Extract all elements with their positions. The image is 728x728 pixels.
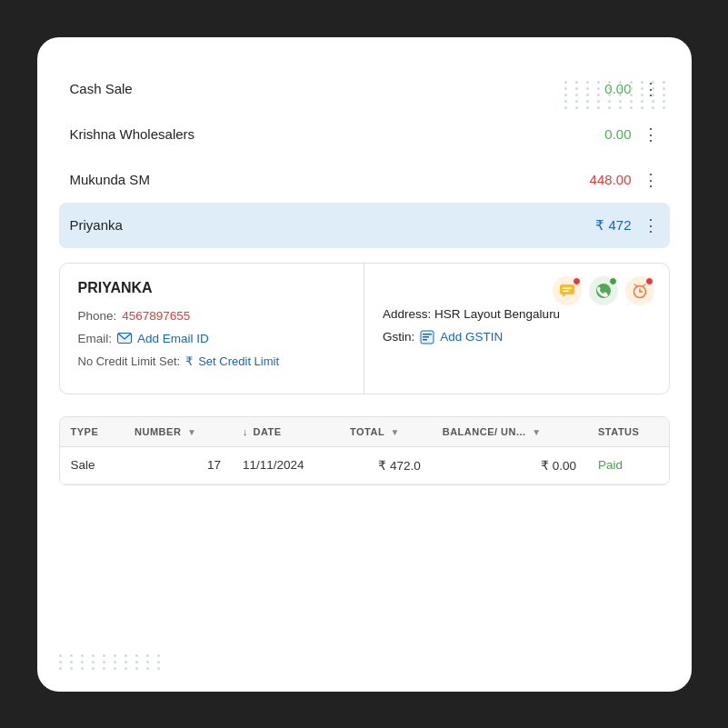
dot-decoration-top: (function(){ const d = document.currentS… bbox=[564, 81, 670, 109]
table-header-row: TYPE NUMBER ▼ ↓ DATE TOTAL ▼ bbox=[60, 417, 669, 447]
table-row[interactable]: Sale 17 11/11/2024 ₹ 472.0 ₹ 0.00 Paid bbox=[60, 446, 669, 484]
message-icon-button[interactable] bbox=[553, 276, 582, 305]
transactions-table: TYPE NUMBER ▼ ↓ DATE TOTAL ▼ bbox=[60, 417, 669, 484]
gstin-label: Gstin: bbox=[383, 330, 414, 344]
cell-type: Sale bbox=[60, 446, 125, 484]
svg-rect-1 bbox=[560, 284, 574, 294]
phone-label: Phone: bbox=[78, 309, 117, 323]
col-total[interactable]: TOTAL ▼ bbox=[339, 417, 432, 447]
cell-date: 11/11/2024 bbox=[232, 446, 339, 484]
detail-left-panel: PRIYANKA Phone: 4567897655 Email: Add Em… bbox=[60, 264, 365, 394]
phone-field: Phone: 4567897655 bbox=[78, 309, 346, 323]
add-gstin-link[interactable]: Add GSTIN bbox=[440, 330, 503, 344]
col-balance[interactable]: BALANCE/ UN... ▼ bbox=[432, 417, 587, 447]
svg-line-10 bbox=[643, 284, 645, 286]
cell-number: 17 bbox=[124, 446, 232, 484]
alarm-badge bbox=[645, 277, 653, 285]
number-filter-icon[interactable]: ▼ bbox=[187, 427, 196, 437]
phone-value: 4567897655 bbox=[122, 309, 190, 323]
address-value: HSR Layout Bengaluru bbox=[434, 307, 560, 321]
gstin-field: Gstin: Add GSTIN bbox=[383, 330, 651, 344]
col-status: STATUS bbox=[587, 417, 668, 447]
more-options-icon[interactable]: ⋮ bbox=[643, 215, 659, 235]
transactions-table-container: TYPE NUMBER ▼ ↓ DATE TOTAL ▼ bbox=[59, 416, 670, 485]
add-email-link[interactable]: Add Email ID bbox=[137, 332, 209, 345]
message-badge bbox=[573, 277, 581, 285]
detail-customer-title: PRIYANKA bbox=[78, 280, 346, 296]
alarm-icon bbox=[632, 283, 648, 299]
balance-filter-icon[interactable]: ▼ bbox=[532, 427, 541, 437]
email-icon bbox=[117, 333, 132, 344]
svg-rect-14 bbox=[423, 339, 427, 341]
address-field: Address: HSR Layout Bengaluru bbox=[383, 307, 651, 321]
svg-marker-2 bbox=[563, 294, 566, 297]
col-date[interactable]: ↓ DATE bbox=[232, 417, 339, 447]
detail-card: PRIYANKA Phone: 4567897655 Email: Add Em… bbox=[59, 263, 670, 394]
total-filter-icon[interactable]: ▼ bbox=[391, 427, 400, 437]
no-credit-label: No Credit Limit Set: bbox=[78, 354, 181, 368]
no-credit-field: No Credit Limit Set: ₹ Set Credit Limit bbox=[78, 354, 346, 368]
svg-rect-3 bbox=[563, 287, 572, 289]
col-type: TYPE bbox=[60, 417, 125, 447]
rupee-icon: ₹ bbox=[185, 354, 193, 368]
address-label: Address: bbox=[383, 307, 431, 321]
main-card: (function(){ const d = document.currentS… bbox=[37, 37, 692, 692]
more-options-icon[interactable]: ⋮ bbox=[643, 170, 659, 190]
cell-balance: ₹ 0.00 bbox=[432, 446, 587, 484]
whatsapp-icon-button[interactable] bbox=[589, 276, 618, 305]
email-field: Email: Add Email ID bbox=[78, 332, 346, 345]
customer-row-mukunda[interactable]: Mukunda SM 448.00 ⋮ bbox=[59, 157, 670, 203]
customer-row-priyanka[interactable]: Priyanka ₹ 472 ⋮ bbox=[59, 203, 670, 248]
svg-rect-12 bbox=[423, 334, 432, 335]
email-label: Email: bbox=[78, 332, 113, 345]
customer-amount: 448.00 bbox=[590, 172, 632, 187]
more-options-icon[interactable]: ⋮ bbox=[643, 125, 659, 145]
customer-row-krishna[interactable]: Krishna Wholesalers 0.00 ⋮ bbox=[59, 112, 670, 157]
dot-decoration-bottom: (function(){ const d = document.currentS… bbox=[59, 654, 165, 670]
set-credit-limit-link[interactable]: Set Credit Limit bbox=[198, 354, 279, 368]
customer-amount: ₹ 472 bbox=[595, 217, 631, 234]
customer-amount: 0.00 bbox=[604, 126, 631, 142]
customer-name: Mukunda SM bbox=[70, 172, 590, 187]
customer-name: Cash Sale bbox=[70, 81, 605, 96]
whatsapp-icon bbox=[595, 283, 612, 299]
action-icons-group bbox=[553, 276, 654, 305]
whatsapp-badge bbox=[609, 277, 617, 285]
date-sort-icon[interactable]: ↓ bbox=[243, 426, 248, 437]
col-number[interactable]: NUMBER ▼ bbox=[124, 417, 232, 447]
svg-line-9 bbox=[634, 284, 637, 286]
chat-icon bbox=[559, 284, 575, 298]
detail-right-panel: Address: HSR Layout Bengaluru Gstin: Add… bbox=[364, 264, 669, 394]
svg-rect-13 bbox=[423, 336, 429, 338]
cell-status: Paid bbox=[587, 446, 668, 484]
svg-rect-4 bbox=[563, 290, 569, 292]
customer-name: Krishna Wholesalers bbox=[70, 126, 605, 142]
alarm-icon-button[interactable] bbox=[625, 276, 654, 305]
gstin-icon bbox=[420, 330, 434, 344]
cell-total: ₹ 472.0 bbox=[339, 446, 432, 484]
customer-name: Priyanka bbox=[70, 217, 596, 233]
